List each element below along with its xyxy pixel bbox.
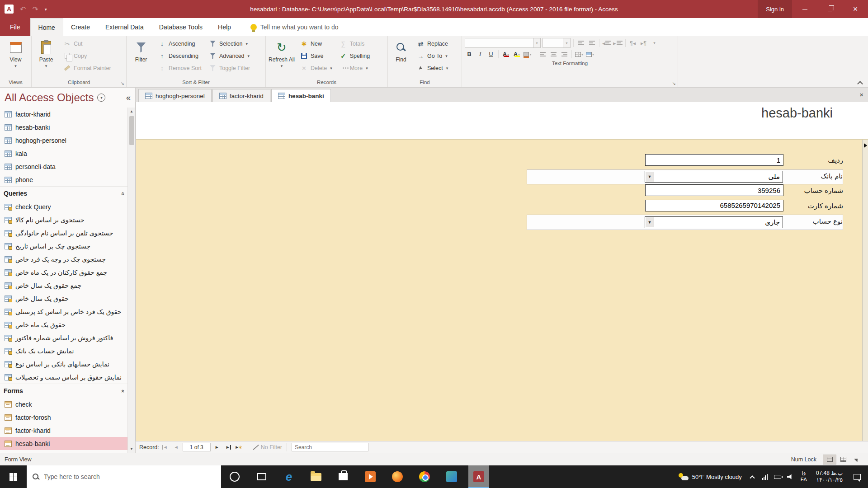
pinned-app-button[interactable] [441, 465, 462, 488]
ribbon-tab[interactable]: File [0, 18, 30, 36]
document-tab[interactable]: hesab-banki [271, 89, 331, 102]
previous-record-button[interactable]: ◄ [172, 443, 181, 452]
restore-button[interactable] [817, 0, 843, 18]
toggle-filter-button[interactable]: Toggle Filter [206, 62, 253, 74]
nav-section-queries[interactable]: Queries « [0, 186, 127, 200]
nav-item-table[interactable]: kala [0, 147, 127, 160]
save-record-button[interactable]: Save [297, 50, 335, 62]
nav-item-query[interactable]: حقوق یک سال خاص [0, 292, 127, 305]
nav-item-query[interactable]: جمع حقوق یک سال خاص [0, 279, 127, 292]
tell-me-button[interactable]: Tell me what you want to do [250, 18, 339, 36]
collapse-ribbon-icon[interactable] [858, 80, 862, 84]
first-record-button[interactable]: ◄ [161, 443, 170, 452]
nav-item-table[interactable]: phone [0, 173, 127, 186]
file-explorer-button[interactable] [306, 465, 326, 488]
nav-item-table[interactable]: personeli-data [0, 160, 127, 173]
increase-indent-button[interactable]: ▸ [613, 38, 622, 47]
replace-button[interactable]: ⇄Replace [414, 38, 451, 50]
ltr-direction-button[interactable]: ▸¶ [639, 38, 648, 47]
taskbar-search-input[interactable] [44, 473, 216, 480]
advanced-button[interactable]: Advanced▾ [206, 50, 253, 62]
nav-item-query[interactable]: نمایش حسابهای بانکی بر اساس نوع [0, 357, 127, 371]
remove-sort-button[interactable]: ↕Remove Sort [155, 62, 205, 74]
delete-record-button[interactable]: ×Delete▾ [297, 62, 335, 74]
nav-pane-title[interactable]: All Access Objects [5, 91, 94, 104]
nav-item-query[interactable]: حقوق یک فرد خاص بر اساس کد پرسنلی [0, 305, 127, 318]
form-view-button[interactable] [823, 455, 836, 465]
refresh-all-button[interactable]: ↻ Refresh All▾ [267, 38, 296, 76]
filter-status[interactable]: No Filter [253, 444, 282, 450]
sign-in-button[interactable]: Sign in [758, 0, 792, 18]
taskbar-search-box[interactable] [27, 465, 221, 488]
nav-item-query[interactable]: حقوق یک ماه خاص [0, 318, 127, 331]
document-tab[interactable]: hoghogh-personel [138, 89, 212, 102]
nav-item-query[interactable]: check Query [0, 200, 127, 213]
nav-item-query[interactable]: جستجوی چک بر اساس تاریخ [0, 239, 127, 253]
find-button[interactable]: Find [389, 38, 413, 76]
shutter-bar-close-icon[interactable]: « [126, 93, 131, 103]
view-button[interactable]: View▾ [3, 38, 29, 76]
selection-button[interactable]: Selection▾ [206, 38, 253, 50]
ribbon-tab[interactable]: Create [63, 18, 98, 36]
align-center-button[interactable] [549, 50, 558, 59]
volume-button[interactable] [784, 465, 796, 488]
language-switcher[interactable]: فا FA [797, 471, 811, 483]
datasheet-view-button[interactable] [836, 455, 850, 465]
rtl-direction-button[interactable]: ¶◂ [628, 38, 637, 47]
action-center-button[interactable] [848, 474, 866, 480]
taskbar-clock[interactable]: 07:48 ب.ظ ۱۴۰۰/۱۰/۲۵ [811, 470, 847, 483]
nav-item-query[interactable]: فاکتور فروش بر اساس شماره فاکتور [0, 331, 127, 344]
clipboard-dialog-launcher-icon[interactable]: ↘ [121, 81, 124, 86]
nav-item-table[interactable]: hesab-banki [0, 121, 127, 134]
weather-widget[interactable]: 50°F Mostly cloudy [674, 465, 746, 488]
highlight-color-button[interactable]: A▾ [512, 50, 521, 59]
record-position[interactable]: 1 of 3 [183, 443, 211, 451]
ribbon-tab[interactable]: External Data [98, 18, 151, 36]
access-taskbar-button[interactable] [468, 465, 489, 488]
access-app-icon[interactable] [5, 5, 14, 14]
record-selector-bar[interactable] [862, 140, 868, 441]
totals-button[interactable]: ∑Totals [336, 38, 373, 50]
scroll-up-icon[interactable]: ▲ [128, 108, 135, 115]
font-name-combobox[interactable]: ▾ [465, 38, 541, 48]
nav-item-form[interactable]: hesab-banki [0, 437, 127, 450]
nav-item-query[interactable]: نمایش حقوق بر اساس سمت و تحصیلات [0, 371, 127, 384]
align-left-button[interactable] [538, 50, 547, 59]
ascending-button[interactable]: ↓Ascending [155, 38, 205, 50]
scroll-down-icon[interactable]: ▼ [128, 445, 135, 453]
new-record-button[interactable]: ∗New [297, 38, 335, 50]
cut-button[interactable]: ✂Cut [60, 38, 114, 50]
record-search-input[interactable] [292, 443, 368, 451]
font-size-combobox[interactable]: ▾ [542, 38, 571, 48]
ribbon-tab[interactable]: Database Tools [151, 18, 210, 36]
close-object-icon[interactable]: × [859, 91, 863, 99]
nav-item-form[interactable]: check [0, 398, 127, 411]
ribbon-tab[interactable]: Help [210, 18, 239, 36]
nav-pane-menu-icon[interactable]: ▾ [97, 94, 105, 102]
customize-qat-icon[interactable]: ▾ [45, 7, 47, 12]
nav-item-query[interactable]: جستجوی بر اساس نام کالا [0, 213, 127, 226]
scrollbar-thumb[interactable] [129, 116, 134, 145]
format-painter-button[interactable]: Format Painter [60, 62, 114, 74]
combo-dropdown-icon[interactable]: ▼ [646, 217, 654, 227]
field-input[interactable] [646, 185, 783, 196]
redo-icon[interactable]: ↷ [32, 5, 38, 14]
battery-button[interactable] [772, 465, 783, 488]
cortana-button[interactable] [224, 465, 245, 488]
nav-item-table[interactable]: factor-kharid [0, 108, 127, 121]
align-right-button[interactable] [560, 50, 569, 59]
copy-button[interactable]: Copy [60, 50, 114, 62]
go-to-button[interactable]: →Go To▾ [414, 50, 451, 62]
text-formatting-dialog-launcher-icon[interactable]: ↘ [672, 81, 676, 86]
task-view-button[interactable] [251, 465, 272, 488]
combo-dropdown-icon[interactable]: ▼ [646, 172, 654, 182]
video-app-button[interactable] [360, 465, 381, 488]
nav-pane-scrollbar[interactable]: ▲ ▼ [127, 108, 135, 453]
more-button[interactable]: More▾ [336, 62, 373, 74]
direction-dropdown-icon[interactable]: ▾ [650, 38, 659, 47]
gridlines-button[interactable]: ▾ [575, 50, 584, 59]
field-input[interactable] [646, 155, 783, 165]
close-button[interactable]: × [843, 0, 868, 18]
bullets-button[interactable] [576, 38, 585, 47]
store-button[interactable] [333, 465, 354, 488]
